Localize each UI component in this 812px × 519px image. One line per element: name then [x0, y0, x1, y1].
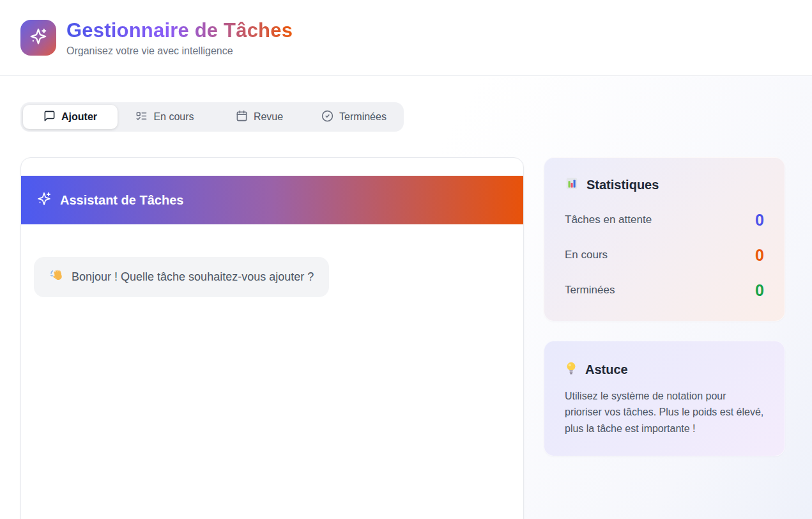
- stat-label: Terminées: [565, 284, 615, 297]
- tip-text: Utilisez le système de notation pour pri…: [565, 388, 764, 437]
- lightbulb-emoji: [565, 361, 578, 378]
- tab-ajouter[interactable]: Ajouter: [23, 105, 118, 129]
- assistant-message-text: Bonjour ! Quelle tâche souhaitez-vous aj…: [72, 270, 314, 284]
- stat-row-in-progress: En cours 0: [565, 246, 764, 264]
- stats-title-row: Statistiques: [565, 176, 764, 194]
- stat-value-in-progress: 0: [755, 246, 764, 265]
- chat-area: Bonjour ! Quelle tâche souhaitez-vous aj…: [21, 224, 523, 330]
- assistant-message: Bonjour ! Quelle tâche souhaitez-vous aj…: [34, 257, 329, 297]
- tip-title-row: Astuce: [565, 361, 764, 378]
- tab-label: En cours: [153, 111, 194, 123]
- wave-emoji: [49, 268, 65, 286]
- tip-title: Astuce: [585, 362, 628, 377]
- content-grid: Assistant de Tâches: [20, 157, 792, 519]
- message-square-icon: [43, 110, 56, 125]
- stat-label: En cours: [565, 249, 608, 261]
- page-main: Ajouter En cours Revue: [0, 76, 812, 519]
- tab-label: Terminées: [339, 111, 387, 123]
- circle-check-icon: [321, 110, 333, 125]
- stats-title: Statistiques: [586, 178, 659, 192]
- tab-label: Revue: [254, 111, 283, 123]
- assistant-panel: Assistant de Tâches: [20, 157, 524, 519]
- stat-row-pending: Tâches en attente 0: [565, 211, 764, 229]
- calendar-icon: [236, 110, 248, 125]
- bar-chart-emoji: [565, 176, 579, 194]
- stat-value-pending: 0: [755, 211, 764, 229]
- tab-bar: Ajouter En cours Revue: [20, 102, 404, 132]
- tab-en-cours[interactable]: En cours: [118, 105, 212, 129]
- tip-card: Astuce Utilisez le système de notation p…: [544, 341, 785, 456]
- page-subtitle: Organisez votre vie avec intelligence: [66, 45, 293, 57]
- tab-revue[interactable]: Revue: [212, 105, 307, 129]
- app-titles: Gestionnaire de Tâches Organisez votre v…: [66, 19, 293, 57]
- assistant-header: Assistant de Tâches: [21, 176, 523, 224]
- app-header: Gestionnaire de Tâches Organisez votre v…: [0, 0, 812, 76]
- page-title: Gestionnaire de Tâches: [66, 19, 293, 42]
- sidebar: Statistiques Tâches en attente 0 En cour…: [544, 157, 785, 456]
- stat-value-done: 0: [755, 281, 764, 300]
- stat-label: Tâches en attente: [565, 213, 652, 226]
- stats-card: Statistiques Tâches en attente 0 En cour…: [544, 157, 785, 321]
- sparkles-icon: [36, 191, 52, 210]
- stat-row-done: Terminées 0: [565, 281, 764, 299]
- sparkles-icon: [29, 27, 48, 49]
- tab-terminees[interactable]: Terminées: [307, 105, 401, 129]
- assistant-title: Assistant de Tâches: [60, 193, 183, 208]
- list-todo-icon: [135, 110, 148, 125]
- app-logo: [20, 20, 56, 56]
- tab-label: Ajouter: [61, 111, 97, 123]
